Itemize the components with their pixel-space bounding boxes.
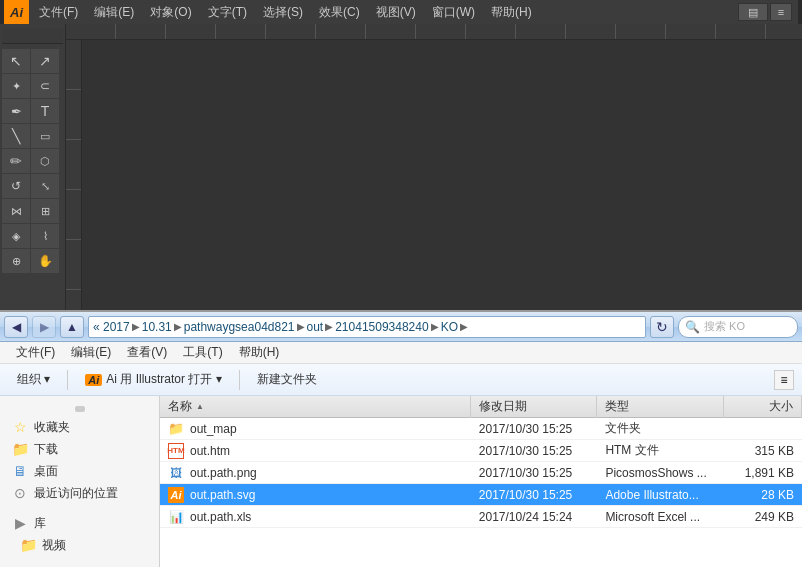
favorites-label: 收藏夹 <box>34 419 70 436</box>
explorer-body: ☆ 收藏夹 📁 下载 🖥 桌面 ⊙ 最近访问的位置 ▶ 库 📁 <box>0 396 802 567</box>
exp-menu-edit[interactable]: 编辑(E) <box>63 342 119 364</box>
exp-menu-tools[interactable]: 工具(T) <box>175 342 230 364</box>
download-label: 下载 <box>34 441 58 458</box>
exp-menu-help[interactable]: 帮助(H) <box>231 342 288 364</box>
ai-content-area: ↖ ↗ ✦ ⊂ ✒ T ╲ ▭ ✏ ⬡ ↺ ⤡ <box>0 24 802 310</box>
sidebar-item-recent[interactable]: ⊙ 最近访问的位置 <box>0 482 159 504</box>
ai-menu-object[interactable]: 对象(O) <box>142 1 199 23</box>
address-segment-5: 21041509348240 <box>335 320 428 334</box>
sidebar-item-download[interactable]: 📁 下载 <box>0 438 159 460</box>
file-size-outsvg: 28 KB <box>724 484 802 506</box>
ai-badge: Ai <box>85 374 102 386</box>
file-type-outhtm: HTM 文件 <box>597 440 724 462</box>
file-date-outpng: 2017/10/30 15:25 <box>471 462 598 484</box>
file-list-header: 名称 ▲ 修改日期 类型 大小 <box>160 396 802 418</box>
rectangle-tool[interactable]: ▭ <box>31 124 59 148</box>
open-in-illustrator-button[interactable]: Ai Ai 用 Illustrator 打开 ▾ <box>76 367 230 393</box>
col-header-date[interactable]: 修改日期 <box>471 396 598 418</box>
forward-button[interactable]: ▶ <box>32 316 56 338</box>
search-placeholder: 搜索 KO <box>704 319 745 334</box>
file-date-outmap: 2017/10/30 15:25 <box>471 418 598 440</box>
library-icon: ▶ <box>12 515 28 531</box>
scale-tool[interactable]: ⤡ <box>31 174 59 198</box>
download-icon: 📁 <box>12 441 28 457</box>
blend-tool[interactable]: ⋈ <box>2 199 30 223</box>
view-toggle-button[interactable]: ≡ <box>774 370 794 390</box>
ai-left-toolbar: ↖ ↗ ✦ ⊂ ✒ T ╲ ▭ ✏ ⬡ ↺ ⤡ <box>0 24 66 310</box>
search-icon: 🔍 <box>685 320 700 334</box>
sidebar-item-desktop[interactable]: 🖥 桌面 <box>0 460 159 482</box>
ai-canvas-area[interactable] <box>66 24 802 310</box>
ai-menu-effect[interactable]: 效果(C) <box>311 1 368 23</box>
ai-toolbar-btn-1[interactable]: ▤ <box>738 3 768 21</box>
mesh-tool[interactable]: ⊞ <box>31 199 59 223</box>
sidebar: ☆ 收藏夹 📁 下载 🖥 桌面 ⊙ 最近访问的位置 ▶ 库 📁 <box>0 396 160 567</box>
toolbar-separator-1 <box>67 370 68 390</box>
file-size-outmap <box>724 418 802 440</box>
file-name-outmap: 📁 out_map <box>160 418 471 440</box>
tool-row-3: ✒ T <box>2 99 63 123</box>
ai-application: Ai 文件(F) 编辑(E) 对象(O) 文字(T) 选择(S) 效果(C) 视… <box>0 0 802 310</box>
file-size-outpng: 1,891 KB <box>724 462 802 484</box>
ai-canvas[interactable] <box>82 40 802 310</box>
sidebar-item-video[interactable]: 📁 视频 <box>0 534 159 556</box>
video-label: 视频 <box>42 537 66 554</box>
eyedropper-tool[interactable]: ⌇ <box>31 224 59 248</box>
zoom-tool[interactable]: ⊕ <box>2 249 30 273</box>
address-bar[interactable]: « 2017 ▶ 10.31 ▶ pathwaygsea04d821 ▶ out… <box>88 316 646 338</box>
gradient-tool[interactable]: ◈ <box>2 224 30 248</box>
col-header-type[interactable]: 类型 <box>597 396 724 418</box>
hand-tool[interactable]: ✋ <box>31 249 59 273</box>
file-row-outxls[interactable]: 📊 out.path.xls 2017/10/24 15:24 Microsof… <box>160 506 802 528</box>
ai-menu-window[interactable]: 窗口(W) <box>424 1 483 23</box>
back-button[interactable]: ◀ <box>4 316 28 338</box>
lasso-tool[interactable]: ⊂ <box>31 74 59 98</box>
ai-menu-file[interactable]: 文件(F) <box>31 1 86 23</box>
selection-tool[interactable]: ↖ <box>2 49 30 73</box>
tool-row-7: ⋈ ⊞ <box>2 199 63 223</box>
open-illustrator-label: Ai 用 Illustrator 打开 ▾ <box>106 371 221 388</box>
tool-row-1: ↖ ↗ <box>2 49 63 73</box>
ai-menu-view[interactable]: 视图(V) <box>368 1 424 23</box>
sidebar-item-library: ▶ 库 <box>0 512 159 534</box>
direct-selection-tool[interactable]: ↗ <box>31 49 59 73</box>
organize-button[interactable]: 组织 ▾ <box>8 367 59 393</box>
new-folder-button[interactable]: 新建文件夹 <box>248 367 326 393</box>
refresh-button[interactable]: ↻ <box>650 316 674 338</box>
up-button[interactable]: ▲ <box>60 316 84 338</box>
ai-menu-edit[interactable]: 编辑(E) <box>86 1 142 23</box>
eraser-tool[interactable]: ⬡ <box>31 149 59 173</box>
file-row-outpng[interactable]: 🖼 out.path.png 2017/10/30 15:25 Picosmos… <box>160 462 802 484</box>
exp-menu-file[interactable]: 文件(F) <box>8 342 63 364</box>
col-header-size[interactable]: 大小 <box>724 396 802 418</box>
file-row-outmap[interactable]: 📁 out_map 2017/10/30 15:25 文件夹 <box>160 418 802 440</box>
magic-wand-tool[interactable]: ✦ <box>2 74 30 98</box>
file-row-outsvg[interactable]: Ai out.path.svg 2017/10/30 15:25 Adobe I… <box>160 484 802 506</box>
organize-label: 组织 ▾ <box>17 371 50 388</box>
col-header-name[interactable]: 名称 ▲ <box>160 396 471 418</box>
toolbar-separator-2 <box>239 370 240 390</box>
address-segment-3: pathwaygsea04d821 <box>184 320 295 334</box>
rotate-tool[interactable]: ↺ <box>2 174 30 198</box>
address-segment-4: out <box>307 320 324 334</box>
search-box[interactable]: 🔍 搜索 KO <box>678 316 798 338</box>
pen-tool[interactable]: ✒ <box>2 99 30 123</box>
exp-menu-view[interactable]: 查看(V) <box>119 342 175 364</box>
recent-label: 最近访问的位置 <box>34 485 118 502</box>
ai-titlebar: Ai 文件(F) 编辑(E) 对象(O) 文字(T) 选择(S) 效果(C) 视… <box>0 0 802 24</box>
ai-menu-select[interactable]: 选择(S) <box>255 1 311 23</box>
windows-explorer: ◀ ▶ ▲ « 2017 ▶ 10.31 ▶ pathwaygsea04d821… <box>0 310 802 567</box>
folder-icon: 📁 <box>168 421 184 437</box>
tool-row-8: ◈ ⌇ <box>2 224 63 248</box>
line-tool[interactable]: ╲ <box>2 124 30 148</box>
pencil-tool[interactable]: ✏ <box>2 149 30 173</box>
file-type-outxls: Microsoft Excel ... <box>597 506 724 528</box>
file-name-outxls: 📊 out.path.xls <box>160 506 471 528</box>
ai-menu-help[interactable]: 帮助(H) <box>483 1 540 23</box>
file-row-outhtm[interactable]: HTM out.htm 2017/10/30 15:25 HTM 文件 315 … <box>160 440 802 462</box>
ai-menu-text[interactable]: 文字(T) <box>200 1 255 23</box>
file-name-outhtm: HTM out.htm <box>160 440 471 462</box>
file-size-outhtm: 315 KB <box>724 440 802 462</box>
ai-toolbar-btn-2[interactable]: ≡ <box>770 3 792 21</box>
text-tool[interactable]: T <box>31 99 59 123</box>
